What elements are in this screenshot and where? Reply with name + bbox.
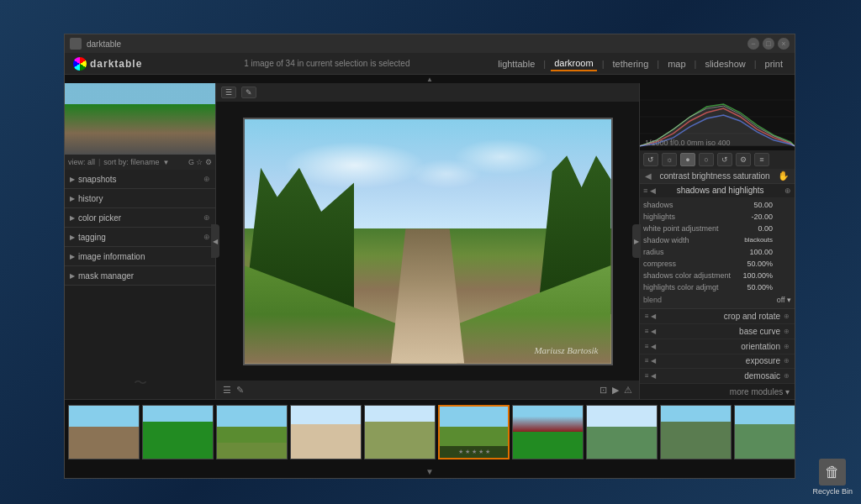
- right-toolbar: ↺ ☼ ● ○ ↺ ⚙ ≡: [640, 150, 795, 169]
- logo-text: darktable: [90, 58, 142, 70]
- film-thumb-8[interactable]: [586, 405, 658, 459]
- blend-row: blend off ▾: [643, 293, 791, 307]
- sidebar-toolbar: view: all | sort by: filename ▼ G ☆ ⚙: [65, 155, 215, 170]
- film-thumb-2[interactable]: [142, 405, 214, 459]
- slider-shadows-color: shadows color adjustment 100.00%: [643, 270, 791, 281]
- bottom-tool-5[interactable]: ⚠: [624, 385, 632, 396]
- thumbnail-preview: [65, 83, 215, 155]
- section-history: ▶ history: [65, 189, 215, 208]
- mc-btn-3[interactable]: ⊕: [784, 186, 791, 195]
- section-tagging: ▶ tagging ⊕: [65, 228, 215, 247]
- section-label: tagging: [78, 233, 106, 242]
- section-arrow: ▶: [70, 214, 75, 222]
- section-mask-manager-header[interactable]: ▶ mask manager: [65, 266, 215, 285]
- section-tagging-header[interactable]: ▶ tagging ⊕: [65, 228, 215, 246]
- nav-slideshow[interactable]: slideshow: [701, 57, 748, 71]
- section-arrow: ▶: [70, 176, 75, 183]
- app-logo: darktable: [73, 57, 142, 71]
- film-thumb-1[interactable]: [68, 405, 140, 459]
- photo-frame: Mariusz Bartosik: [243, 118, 613, 365]
- film-thumb-5[interactable]: [364, 405, 436, 459]
- bottom-tool-2[interactable]: ✎: [236, 385, 244, 396]
- section-image-info: ▶ image information: [65, 247, 215, 266]
- section-color-picker-header[interactable]: ▶ color picker ⊕: [65, 208, 215, 227]
- section-icon: ⊕: [203, 175, 210, 183]
- photo-watermark: Mariusz Bartosik: [534, 345, 598, 355]
- nav-lighttable[interactable]: lighttable: [494, 57, 538, 71]
- bottom-tool-4[interactable]: ▶: [612, 385, 619, 396]
- decoration: 〜: [65, 368, 215, 399]
- rt-btn-4[interactable]: ○: [699, 153, 714, 166]
- film-thumb-3[interactable]: [216, 405, 288, 459]
- recycle-bin-label: Recycle Bin: [812, 487, 853, 496]
- module-orientation[interactable]: ≡ ◀ orientation ⊕: [640, 339, 795, 354]
- filmstrip-down-arrow[interactable]: ▼: [65, 465, 795, 478]
- rt-btn-5[interactable]: ↺: [717, 153, 732, 166]
- collapse-right-panel[interactable]: ▶: [632, 224, 641, 258]
- rt-btn-3[interactable]: ●: [680, 153, 695, 166]
- rt-btn-7[interactable]: ≡: [754, 153, 769, 166]
- section-arrow: ▶: [70, 234, 75, 241]
- mc-btn-1[interactable]: ≡: [643, 186, 647, 195]
- more-modules-btn[interactable]: more modules ▾: [640, 384, 795, 399]
- slider-shadow-width: shadow width blackouts: [643, 234, 791, 246]
- film-thumb-9[interactable]: [660, 405, 732, 459]
- module-crop-rotate[interactable]: ≡ ◀ crop and rotate ⊕: [640, 309, 795, 324]
- bottom-tool-1[interactable]: ☰: [223, 385, 231, 396]
- toolbar-star[interactable]: G ☆ ⚙: [188, 158, 212, 166]
- maximize-button[interactable]: □: [763, 38, 774, 50]
- window-controls: − □ ×: [747, 38, 790, 50]
- recycle-bin[interactable]: 🗑 Recycle Bin: [812, 459, 853, 496]
- main-content: view: all | sort by: filename ▼ G ☆ ⚙ ▶ …: [65, 83, 795, 399]
- rt-btn-6[interactable]: ⚙: [736, 153, 751, 166]
- preview-image: [65, 83, 215, 155]
- nav-print[interactable]: print: [762, 57, 786, 71]
- sort-arrow[interactable]: ▼: [162, 159, 169, 166]
- section-mask-manager: ▶ mask manager: [65, 266, 215, 286]
- view-label[interactable]: view: all: [68, 158, 95, 166]
- section-snapshots-header[interactable]: ▶ snapshots ⊕: [65, 170, 215, 188]
- blend-value[interactable]: off ▾: [777, 296, 791, 304]
- minimize-button[interactable]: −: [747, 38, 759, 50]
- rt-btn-2[interactable]: ☼: [662, 153, 677, 166]
- film-thumb-4[interactable]: [290, 405, 362, 459]
- slider-compress: compress 50.00%: [643, 258, 791, 270]
- section-color-picker: ▶ color picker ⊕: [65, 208, 215, 228]
- module-base-curve[interactable]: ≡ ◀ base curve ⊕: [640, 324, 795, 339]
- section-arrow: ▶: [70, 195, 75, 202]
- right-sidebar: 1/1000 f/0.0 0mm iso 400 ↺ ☼ ● ○ ↺ ⚙ ≡ ◀…: [639, 83, 795, 399]
- close-button[interactable]: ×: [778, 38, 790, 50]
- section-image-info-header[interactable]: ▶ image information: [65, 247, 215, 265]
- group-arrow-left[interactable]: ◀: [645, 171, 652, 181]
- rt-reset-btn[interactable]: ↺: [643, 153, 658, 166]
- nav-map[interactable]: map: [664, 57, 689, 71]
- filmstrip: ★ ★ ★ ★ ★: [65, 399, 795, 465]
- group-icon: ✋: [778, 171, 790, 181]
- section-history-header[interactable]: ▶ history: [65, 189, 215, 207]
- slider-highlights-color: highlights color adjmgt 50.00%: [643, 281, 791, 293]
- center-toolbar: ☰ ✎: [216, 83, 639, 102]
- edit-btn[interactable]: ✎: [241, 87, 256, 98]
- module-demosaic[interactable]: ≡ ◀ demosaic ⊕: [640, 369, 795, 384]
- nav-darkroom[interactable]: darkroom: [551, 56, 596, 71]
- filmstrip-container: ★ ★ ★ ★ ★ ▼: [65, 399, 795, 478]
- mc-btn-2[interactable]: ◀: [650, 186, 656, 195]
- view-all-btn[interactable]: ☰: [221, 87, 236, 98]
- module-exposure[interactable]: ≡ ◀ exposure ⊕: [640, 354, 795, 370]
- nav-links: lighttable | darkroom | tethering | map …: [494, 56, 786, 71]
- film-thumb-7[interactable]: [512, 405, 584, 459]
- top-arrow[interactable]: ▲: [65, 75, 795, 83]
- app-title: darktable: [87, 39, 747, 49]
- section-icon: ⊕: [203, 213, 210, 222]
- nav-tethering[interactable]: tethering: [609, 57, 652, 71]
- sort-label[interactable]: sort by: filename: [103, 158, 159, 166]
- bottom-tool-3[interactable]: ⊡: [600, 385, 607, 396]
- slider-white-point: white point adjustment 0.00: [643, 223, 791, 234]
- collapse-left-panel[interactable]: ◀: [211, 224, 219, 258]
- toolbar-sep: |: [98, 158, 100, 166]
- film-thumb-6-active[interactable]: ★ ★ ★ ★ ★: [438, 405, 510, 459]
- shadows-highlights-module: shadows 50.00 highlights -20.00 white po…: [640, 197, 795, 309]
- section-arrow: ▶: [70, 272, 75, 280]
- film-thumb-10[interactable]: [734, 405, 795, 459]
- section-icon: ⊕: [203, 233, 210, 241]
